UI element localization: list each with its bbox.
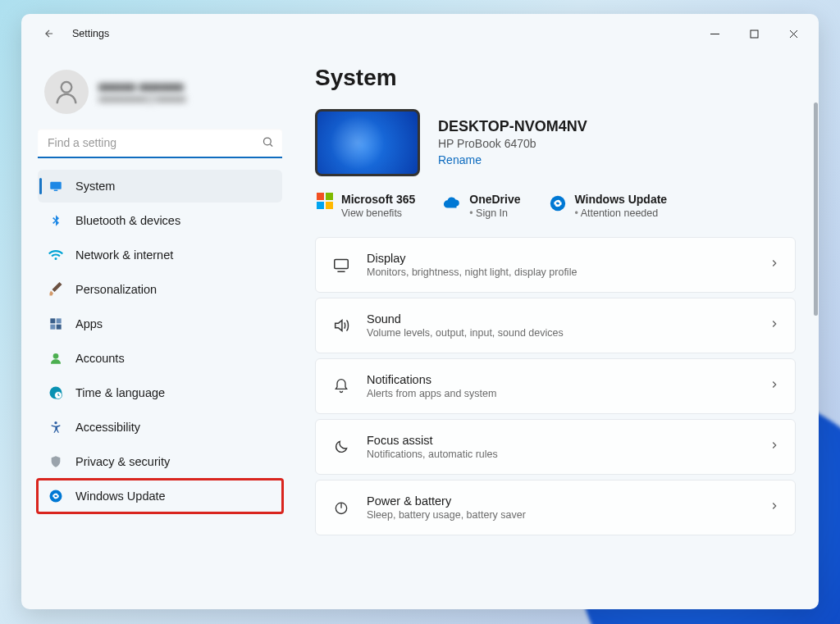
sidebar-item-label: System	[75, 180, 115, 193]
card-sound[interactable]: SoundVolume levels, output, input, sound…	[315, 298, 796, 353]
sidebar-item-personalization[interactable]: Personalization	[38, 273, 282, 306]
sidebar-item-label: Windows Update	[75, 490, 166, 503]
svg-point-2	[264, 138, 272, 145]
card-notifications[interactable]: NotificationsAlerts from apps and system	[315, 358, 796, 414]
window-title: Settings	[72, 28, 109, 39]
wifi-icon	[48, 247, 64, 263]
scrollbar-thumb[interactable]	[814, 102, 818, 316]
card-display[interactable]: DisplayMonitors, brightness, night light…	[315, 237, 796, 293]
shield-icon	[48, 453, 64, 470]
sidebar-item-label: Privacy & security	[75, 455, 170, 468]
moon-icon	[331, 439, 352, 455]
maximize-button[interactable]	[735, 20, 773, 47]
sidebar-item-label: Personalization	[75, 283, 157, 296]
status-title: Microsoft 365	[341, 193, 415, 206]
search-icon	[262, 136, 274, 152]
card-title: Sound	[367, 312, 564, 326]
bluetooth-icon	[48, 212, 64, 229]
status-title: OneDrive	[469, 193, 520, 206]
brush-icon	[48, 281, 64, 298]
card-title: Display	[367, 252, 577, 265]
chevron-right-icon	[769, 440, 780, 454]
chevron-right-icon	[769, 257, 780, 272]
card-subtitle: Notifications, automatic rules	[367, 449, 498, 460]
device-name: DESKTOP-NVOM4NV	[438, 118, 587, 135]
sidebar-item-label: Accessibility	[75, 421, 140, 434]
device-row: DESKTOP-NVOM4NV HP ProBook 6470b Rename	[315, 109, 796, 176]
card-subtitle: Volume levels, output, input, sound devi…	[367, 327, 564, 339]
card-focus-assist[interactable]: Focus assistNotifications, automatic rul…	[315, 419, 796, 475]
svg-point-1	[62, 82, 72, 93]
sidebar-item-apps[interactable]: Apps	[38, 307, 282, 340]
device-model: HP ProBook 6470b	[438, 137, 587, 150]
sidebar-item-windows-update[interactable]: Windows Update	[38, 480, 282, 512]
status-windows-update[interactable]: Windows UpdateAttention needed	[549, 193, 668, 219]
profile-email: ■■■■■■■■@■■■■■	[98, 93, 185, 105]
sidebar-item-accounts[interactable]: Accounts	[38, 342, 282, 375]
device-thumbnail	[315, 109, 420, 176]
sidebar-item-label: Bluetooth & devices	[75, 214, 180, 227]
search-wrapper	[38, 129, 282, 158]
accessibility-icon	[48, 419, 64, 435]
sidebar-item-accessibility[interactable]: Accessibility	[38, 411, 282, 444]
sound-icon	[331, 317, 352, 335]
svg-rect-3	[50, 182, 62, 189]
sidebar-item-label: Apps	[75, 317, 103, 330]
status-subtitle: Sign In	[469, 207, 520, 219]
svg-point-12	[54, 421, 57, 424]
power-icon	[331, 499, 352, 516]
nav-list: SystemBluetooth & devicesNetwork & inter…	[38, 170, 282, 512]
card-title: Power & battery	[367, 494, 526, 508]
chevron-right-icon	[769, 318, 780, 333]
onedrive-icon	[443, 194, 461, 212]
sidebar-item-privacy-security[interactable]: Privacy & security	[38, 445, 282, 478]
chevron-right-icon	[769, 379, 780, 394]
bell-icon	[331, 378, 352, 394]
main-content: System DESKTOP-NVOM4NV HP ProBook 6470b …	[292, 53, 819, 609]
svg-rect-4	[54, 190, 58, 192]
svg-rect-6	[57, 318, 62, 323]
sidebar-item-bluetooth-devices[interactable]: Bluetooth & devices	[38, 204, 282, 237]
sidebar-item-time-language[interactable]: Time & language	[38, 376, 282, 409]
person-icon	[48, 350, 64, 367]
back-button[interactable]	[38, 22, 61, 45]
sidebar-item-system[interactable]: System	[38, 170, 282, 203]
svg-rect-0	[751, 30, 758, 38]
display-icon	[331, 256, 352, 274]
settings-window: Settings ■■■■■ ■■■■■■ ■■■■■■■■@■■■■■	[21, 14, 819, 609]
close-button[interactable]	[774, 20, 812, 47]
profile-section[interactable]: ■■■■■ ■■■■■■ ■■■■■■■■@■■■■■	[38, 60, 282, 129]
update-status-icon	[549, 194, 567, 212]
card-title: Notifications	[367, 373, 496, 386]
svg-rect-15	[335, 260, 349, 269]
status-subtitle: View benefits	[341, 207, 415, 219]
monitor-icon	[48, 178, 64, 194]
sidebar-item-label: Accounts	[75, 352, 125, 365]
card-subtitle: Monitors, brightness, night light, displ…	[367, 266, 577, 278]
card-subtitle: Alerts from apps and system	[367, 388, 496, 399]
sidebar-item-label: Time & language	[75, 386, 165, 399]
globe-clock-icon	[48, 385, 64, 401]
svg-rect-5	[50, 318, 55, 323]
profile-name: ■■■■■ ■■■■■■	[98, 80, 185, 93]
settings-cards: DisplayMonitors, brightness, night light…	[315, 237, 796, 535]
page-title: System	[315, 65, 796, 91]
avatar	[44, 70, 89, 114]
card-title: Focus assist	[367, 434, 498, 447]
sidebar-item-network-internet[interactable]: Network & internet	[38, 239, 282, 271]
card-power-battery[interactable]: Power & batterySleep, battery usage, bat…	[315, 480, 796, 535]
arrow-left-icon	[43, 28, 55, 39]
search-input[interactable]	[38, 129, 282, 158]
person-icon	[52, 78, 80, 106]
svg-rect-7	[50, 325, 55, 330]
card-subtitle: Sleep, battery usage, battery saver	[367, 509, 526, 521]
status-row: Microsoft 365View benefitsOneDriveSign I…	[315, 193, 796, 219]
status-microsoft-[interactable]: Microsoft 365View benefits	[317, 193, 415, 219]
rename-link[interactable]: Rename	[438, 153, 482, 166]
status-onedrive[interactable]: OneDriveSign In	[443, 193, 520, 219]
svg-point-13	[50, 490, 62, 503]
status-title: Windows Update	[575, 193, 668, 206]
status-subtitle: Attention needed	[575, 207, 668, 219]
minimize-button[interactable]	[696, 20, 733, 47]
apps-icon	[48, 316, 64, 332]
